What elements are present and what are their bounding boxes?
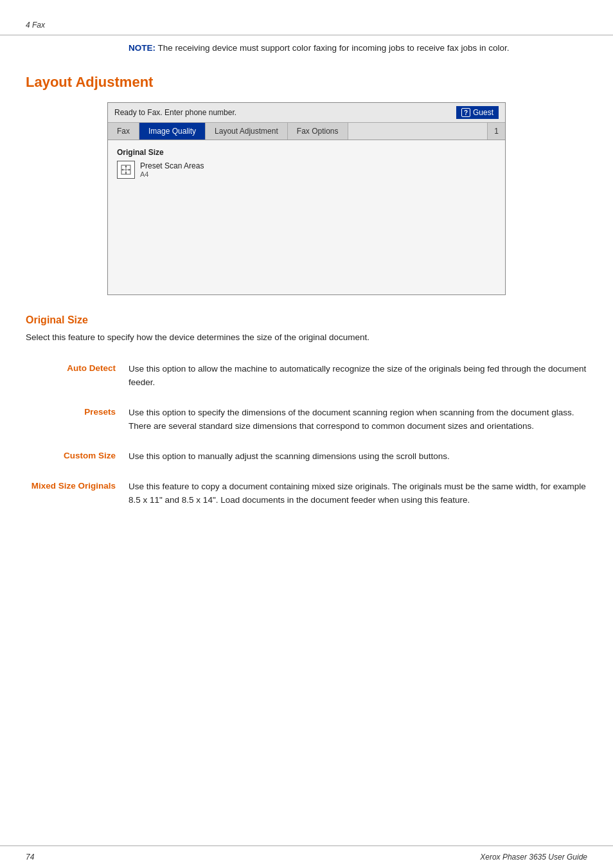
ui-status-text: Ready to Fax. Enter phone number.: [114, 108, 236, 117]
ui-size-text-block: Preset Scan Areas A4: [140, 161, 204, 178]
page: 4 Fax NOTE: The receiving device must su…: [0, 0, 613, 868]
ui-guest-button[interactable]: ? Guest: [456, 106, 499, 119]
original-size-section: Original Size Select this feature to spe…: [26, 314, 587, 345]
tab-number: 1: [487, 123, 505, 140]
ui-original-size-label: Original Size: [117, 148, 496, 157]
def-term-mixed-size: Mixed Size Originals: [26, 480, 129, 507]
layout-adjustment-heading: Layout Adjustment: [26, 74, 587, 91]
note-block: NOTE: The receiving device must support …: [129, 42, 587, 55]
ui-original-size-row: Preset Scan Areas A4: [117, 161, 496, 179]
def-term-auto-detect: Auto Detect: [26, 363, 129, 390]
tab-fax[interactable]: Fax: [108, 123, 139, 140]
def-term-custom-size: Custom Size: [26, 450, 129, 464]
def-item-custom-size: Custom Size Use this option to manually …: [26, 450, 587, 464]
ui-top-bar: Ready to Fax. Enter phone number. ? Gues…: [108, 103, 505, 123]
def-item-auto-detect: Auto Detect Use this option to allow the…: [26, 363, 587, 390]
def-item-mixed-size: Mixed Size Originals Use this feature to…: [26, 480, 587, 507]
tab-image-quality[interactable]: Image Quality: [139, 123, 206, 140]
chapter-label: 4 Fax: [26, 21, 45, 30]
ui-preset-sub: A4: [140, 170, 204, 178]
ui-preset-label: Preset Scan Areas: [140, 161, 204, 170]
ui-tabs: Fax Image Quality Layout Adjustment Fax …: [108, 123, 505, 140]
tab-layout-adjustment[interactable]: Layout Adjustment: [206, 123, 288, 140]
guest-icon: ?: [461, 108, 470, 117]
def-item-presets: Presets Use this option to specify the d…: [26, 406, 587, 433]
def-desc-mixed-size: Use this feature to copy a document cont…: [129, 480, 587, 507]
guest-label: Guest: [473, 108, 493, 117]
note-text: The receiving device must support color …: [158, 43, 510, 53]
ui-size-icon: [117, 161, 135, 179]
bottom-page-number: 74: [26, 853, 34, 862]
scan-area-svg: [120, 164, 132, 176]
chapter-bar: 4 Fax: [0, 19, 613, 35]
bottom-bar: 74 Xerox Phaser 3635 User Guide: [0, 845, 613, 868]
bottom-book-title: Xerox Phaser 3635 User Guide: [480, 853, 587, 862]
def-desc-auto-detect: Use this option to allow the machine to …: [129, 363, 587, 390]
note-label: NOTE:: [129, 43, 155, 53]
def-desc-presets: Use this option to specify the dimension…: [129, 406, 587, 433]
tab-fax-options[interactable]: Fax Options: [288, 123, 348, 140]
layout-adjustment-section: Layout Adjustment Ready to Fax. Enter ph…: [26, 74, 587, 295]
def-term-presets: Presets: [26, 406, 129, 433]
original-size-description: Select this feature to specify how the d…: [26, 331, 587, 345]
original-size-heading: Original Size: [26, 314, 587, 326]
ui-mockup: Ready to Fax. Enter phone number. ? Gues…: [107, 102, 506, 295]
definition-list: Auto Detect Use this option to allow the…: [26, 363, 587, 507]
def-desc-custom-size: Use this option to manually adjust the s…: [129, 450, 587, 464]
ui-content: Original Size: [108, 140, 505, 294]
content-area: NOTE: The receiving device must support …: [0, 42, 613, 507]
